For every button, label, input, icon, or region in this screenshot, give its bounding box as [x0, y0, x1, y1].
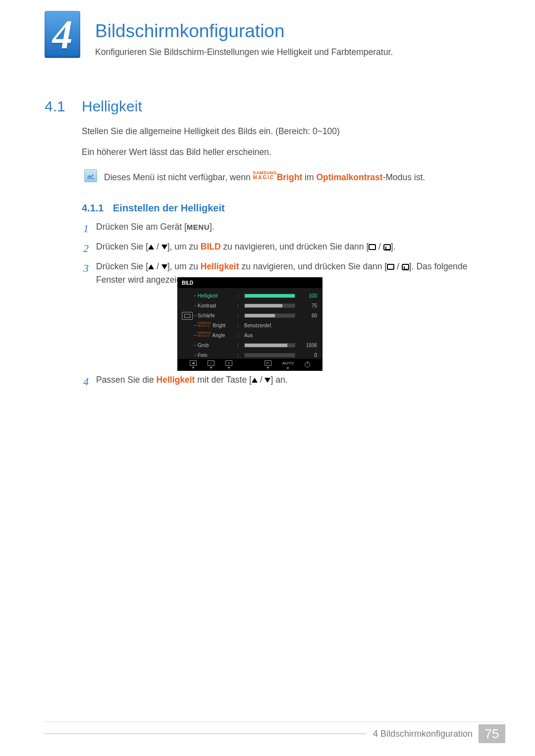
source-icon	[387, 264, 394, 270]
step-number: 3	[83, 260, 96, 287]
subsection-title: Einstellen der Helligkeit	[113, 201, 225, 215]
step-number: 4	[83, 373, 96, 390]
section-title: Helligkeit	[82, 95, 142, 117]
note-text: Dieses Menü ist nicht verfügbar, wenn SA…	[104, 171, 425, 184]
samsung-magic-brand: SAMSUNGMAGIC	[253, 171, 277, 180]
step-number: 1	[83, 220, 96, 237]
source-icon	[369, 244, 376, 250]
section-number: 4.1	[45, 95, 65, 117]
osd-title: BILD	[178, 278, 322, 288]
section-paragraph-2: Ein höherer Wert lässt das Bild heller e…	[82, 146, 271, 158]
step-4: 4 Passen Sie die Helligkeit mit der Tast…	[83, 373, 288, 390]
osd-row: Helligkeit:100	[197, 291, 317, 301]
highlight-helligkeit: Helligkeit	[201, 261, 239, 271]
enter-icon	[402, 264, 409, 270]
triangle-up-icon	[148, 245, 154, 250]
osd-screenshot: BILD Helligkeit:100Kontrast:75Schärfe:60…	[177, 277, 322, 371]
section-paragraph-1: Stellen Sie die allgemeine Helligkeit de…	[82, 125, 340, 138]
triangle-up-icon	[252, 378, 258, 383]
enter-icon	[383, 244, 391, 251]
osd-row: Schärfe:60	[197, 310, 317, 320]
footer-page-number: 75	[479, 724, 505, 743]
chapter-title: Bildschirmkonfiguration	[95, 17, 285, 45]
step-2: 2 Drücken Sie [ / ], um zu BILD zu navig…	[83, 240, 490, 256]
osd-nav-minus: −	[208, 360, 214, 369]
osd-row: SAMSUNGMAGIC Bright:Benutzerdef.	[197, 320, 317, 330]
osd-nav-power	[305, 362, 310, 367]
triangle-up-icon	[148, 264, 154, 269]
osd-nav-enter: ↵	[265, 360, 271, 369]
highlight-helligkeit: Helligkeit	[157, 375, 195, 385]
footer-chapter-label: 4 Bildschirmkonfiguration	[373, 727, 473, 741]
osd-row: Kontrast:75	[197, 301, 317, 310]
footer-rule	[45, 721, 505, 722]
triangle-down-icon	[161, 264, 167, 269]
highlight-optimalkontrast: Optimalkontrast	[316, 172, 382, 182]
menu-label: MENU	[187, 223, 210, 231]
page-footer: 4 Bildschirmkonfiguration 75	[45, 724, 505, 744]
step-1: 1 Drücken Sie am Gerät [MENU].	[83, 220, 490, 237]
chapter-number: 4	[53, 4, 73, 65]
highlight-bright: Bright	[277, 172, 303, 182]
step-number: 2	[83, 240, 96, 256]
osd-nav-auto: AUTO	[282, 360, 294, 369]
osd-nav-plus: +	[225, 360, 232, 369]
osd-row: SAMSUNGMAGIC Angle:Aus	[197, 330, 317, 340]
osd-nav-left: ◄	[190, 360, 197, 369]
osd-footer: ◄ − + ↵ AUTO	[178, 359, 322, 370]
subsection-number: 4.1.1	[82, 201, 104, 215]
highlight-bild: BILD	[201, 242, 221, 252]
osd-row: Grob:1936	[197, 340, 317, 350]
osd-category-icon	[182, 312, 193, 320]
note-icon	[84, 169, 97, 182]
osd-row: Fein:0	[197, 350, 317, 360]
triangle-down-icon	[265, 378, 270, 383]
chapter-badge: 4	[45, 11, 80, 58]
triangle-down-icon	[161, 245, 167, 250]
chapter-intro: Konfigurieren Sie Bildschirm-Einstellung…	[95, 46, 393, 58]
